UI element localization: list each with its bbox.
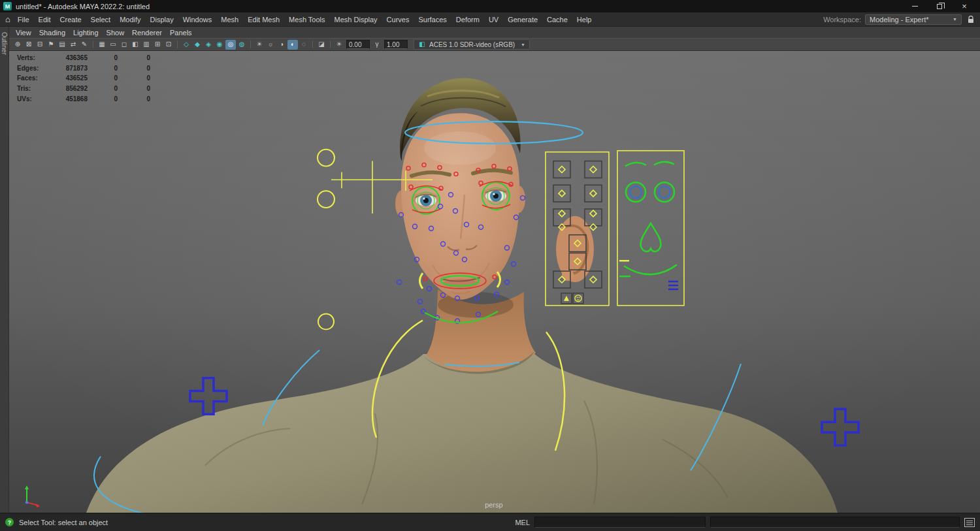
restore-button[interactable] (927, 0, 952, 12)
menu-mesh-tools[interactable]: Mesh Tools (284, 14, 329, 25)
hud-selected: 0 (88, 94, 118, 105)
menu-generate[interactable]: Generate (503, 14, 542, 25)
hud-row-edges: Edges: 871873 0 0 (17, 63, 150, 74)
view-transform-dropdown[interactable]: ◧ ACES 1.0 SDR-video (sRGB) ▼ (414, 39, 530, 50)
home-icon[interactable]: ⌂ (5, 14, 10, 24)
menu-surfaces[interactable]: Surfaces (414, 14, 451, 25)
hud-row-verts: Verts: 436365 0 0 (17, 53, 150, 63)
panel-menu-shading[interactable]: Shading (39, 29, 71, 37)
menu-create[interactable]: Create (56, 14, 86, 25)
wireframe-on-shaded-icon[interactable]: ◉ (214, 40, 225, 50)
xray-icon[interactable]: ◎ (225, 40, 236, 50)
mel-command-input[interactable] (534, 517, 706, 528)
window-controls: × (902, 0, 977, 12)
hud-value: 436365 (55, 53, 88, 63)
panel-menu-show[interactable]: Show (106, 29, 131, 37)
menu-cache[interactable]: Cache (542, 14, 572, 25)
default-material-icon[interactable]: ◍ (237, 40, 247, 50)
menu-mesh-display[interactable]: Mesh Display (330, 14, 382, 25)
workspace-area: Workspace: Modeling - Expert* ▼ (823, 14, 976, 25)
panel-menu-lighting[interactable]: Lighting (73, 29, 105, 37)
safe-action-icon[interactable]: ⊞ (152, 40, 163, 50)
grid-icon[interactable]: ▦ (97, 40, 107, 50)
exposure-icon[interactable]: ☀ (334, 40, 344, 50)
status-bar: ? Select Tool: select an object MEL (0, 513, 980, 531)
screen-space-ao-icon[interactable]: ◐ (287, 40, 298, 50)
command-result-field[interactable] (710, 517, 960, 528)
z-axis-dot (25, 501, 28, 504)
help-icon[interactable]: ? (5, 518, 14, 526)
panel-menu-view[interactable]: View (16, 29, 37, 37)
hud-row-faces: Faces: 436525 0 0 (17, 73, 150, 84)
mel-language-toggle[interactable]: MEL (515, 519, 530, 526)
lock-camera-icon[interactable]: ⊠ (24, 40, 34, 50)
close-icon: × (962, 2, 967, 10)
toolbar-separator (93, 40, 93, 48)
hud-label: Verts: (17, 53, 55, 63)
viewport-canvas[interactable] (9, 51, 980, 513)
hud-other: 0 (118, 53, 150, 63)
hud-other: 0 (118, 84, 150, 94)
close-button[interactable]: × (952, 0, 977, 12)
workspace-value: Modeling - Expert* (870, 16, 929, 24)
panel-menu-renderer[interactable]: Renderer (132, 29, 168, 37)
viewport[interactable]: Verts: 436365 0 0 Edges: 871873 0 0 Face… (9, 51, 980, 513)
use-all-lights-icon[interactable]: ☼ (265, 40, 276, 50)
motion-blur-icon[interactable]: ◌ (299, 40, 309, 50)
hud-value: 451868 (55, 94, 88, 105)
hud-selected: 0 (88, 63, 118, 74)
script-editor-icon[interactable] (964, 518, 975, 527)
camera-attributes-icon[interactable]: ⊟ (35, 40, 45, 50)
two-d-pan-zoom-icon[interactable]: ⇄ (68, 40, 78, 50)
shaded-icon[interactable]: ◆ (192, 40, 203, 50)
film-gate-icon[interactable]: ▭ (108, 40, 118, 50)
window-title: untitled* - Autodesk MAYA 2022.2: untitl… (16, 3, 150, 10)
hud-label: Tris: (17, 84, 55, 94)
menu-uv[interactable]: UV (484, 14, 503, 25)
menu-file[interactable]: File (13, 14, 34, 25)
minimize-button[interactable] (902, 0, 927, 12)
select-camera-icon[interactable]: ⊕ (12, 40, 23, 50)
menu-curves[interactable]: Curves (382, 14, 414, 25)
hud-selected: 0 (88, 84, 118, 94)
use-default-lighting-icon[interactable]: ☀ (254, 40, 265, 50)
menu-deform[interactable]: Deform (451, 14, 484, 25)
camera-label: persp (485, 501, 503, 509)
grease-pencil-icon[interactable]: ✎ (79, 40, 90, 50)
gate-mask-icon[interactable]: ◧ (130, 40, 140, 50)
image-plane-icon[interactable]: ▤ (57, 40, 67, 50)
panel-toolbar: ⊕ ⊠ ⊟ ⚑ ▤ ⇄ ✎ ▦ ▭ ◻ ◧ ▥ ⊞ ⊡ ◇ ◆ ◈ ◉ ◎ (9, 38, 980, 51)
hud-selected: 0 (88, 53, 118, 63)
bookmarks-icon[interactable]: ⚑ (46, 40, 56, 50)
gamma-icon[interactable]: γ (372, 40, 382, 50)
exposure-input[interactable] (346, 40, 370, 49)
lock-icon[interactable] (968, 16, 974, 24)
panel-region: Outliner View Shading Lighting Show Rend… (0, 27, 980, 513)
shadows-icon[interactable]: ◑ (276, 40, 287, 50)
textured-icon[interactable]: ◈ (203, 40, 214, 50)
menu-modify[interactable]: Modify (115, 14, 145, 25)
menu-mesh[interactable]: Mesh (216, 14, 243, 25)
menu-display[interactable]: Display (146, 14, 178, 25)
field-chart-icon[interactable]: ▥ (141, 40, 152, 50)
gamma-input[interactable] (384, 40, 408, 49)
panel-menu-bar: View Shading Lighting Show Renderer Pane… (9, 27, 980, 38)
hud-label: Edges: (17, 63, 55, 74)
maya-app-icon: M (3, 2, 12, 10)
safe-title-icon[interactable]: ⊡ (163, 40, 174, 50)
isolate-select-icon[interactable]: ◪ (316, 40, 327, 50)
menu-edit[interactable]: Edit (34, 14, 56, 25)
hud-other: 0 (118, 94, 150, 105)
menu-edit-mesh[interactable]: Edit Mesh (243, 14, 284, 25)
workspace-dropdown[interactable]: Modeling - Expert* ▼ (865, 14, 962, 25)
panel-menu-panels[interactable]: Panels (170, 29, 198, 37)
outliner-tab[interactable]: Outliner (1, 27, 8, 60)
toolbar-separator (312, 40, 313, 48)
menu-select[interactable]: Select (86, 14, 116, 25)
wireframe-icon[interactable]: ◇ (181, 40, 191, 50)
menu-help[interactable]: Help (572, 14, 596, 25)
menu-windows[interactable]: Windows (178, 14, 217, 25)
resolution-gate-icon[interactable]: ◻ (119, 40, 129, 50)
tool-hint: Select Tool: select an object (19, 519, 108, 526)
hud-label: UVs: (17, 94, 55, 105)
